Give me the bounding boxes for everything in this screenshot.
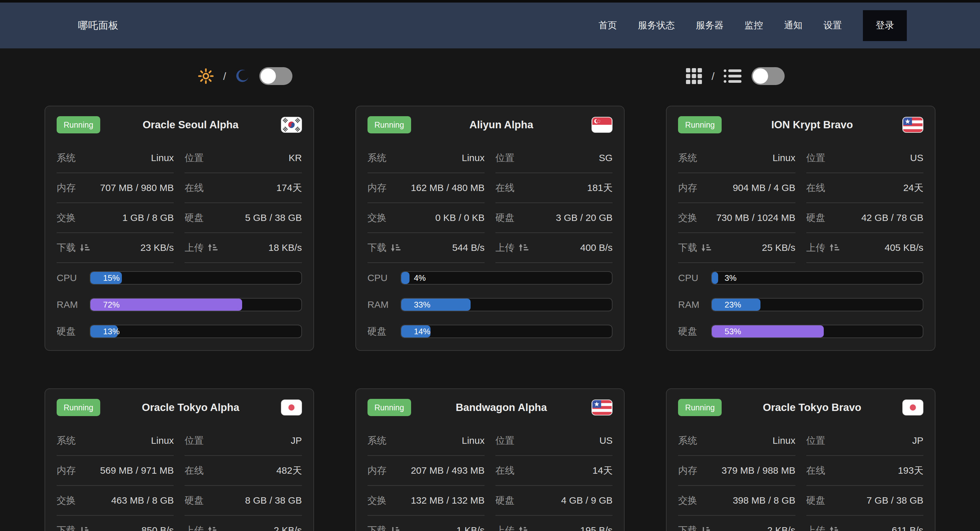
field-uptime: 在线174天: [185, 173, 302, 203]
field-upload: 上传195 B/s: [495, 516, 612, 531]
field-disk: 硬盘5 GB / 38 GB: [185, 203, 302, 233]
field-system-value: Linux: [773, 435, 795, 446]
login-button[interactable]: 登录: [863, 10, 907, 41]
field-swap-label: 交换: [57, 211, 76, 225]
theme-switch-knob: [261, 69, 276, 84]
field-location: 位置US: [806, 143, 923, 173]
field-swap: 交换1 GB / 8 GB: [57, 203, 174, 233]
field-disk: 硬盘8 GB / 38 GB: [185, 486, 302, 516]
server-card: Running ION Krypt Bravo 系统Linux位置US内存904…: [666, 106, 935, 351]
cpu-usage-bar-row: CPU3%: [678, 271, 923, 285]
field-disk-label: 硬盘: [806, 211, 826, 225]
field-download-value: 544 B/s: [452, 242, 485, 253]
field-uptime-value: 482天: [277, 464, 302, 477]
field-uptime: 在线181天: [495, 173, 612, 203]
field-upload: 上传405 KB/s: [806, 233, 923, 263]
nav-item-notifications[interactable]: 通知: [784, 19, 802, 32]
country-flag-icon-sg: [592, 117, 612, 133]
field-download-label: 下载: [678, 524, 711, 531]
detail-row: 下载1 KB/s上传195 B/s: [368, 516, 613, 531]
field-download-label: 下载: [368, 241, 401, 254]
field-memory-label: 内存: [678, 464, 697, 477]
ram-bar-percent: 23%: [724, 298, 741, 311]
theme-separator: /: [223, 70, 226, 83]
field-location: 位置US: [495, 426, 612, 456]
cpu-bar-label: CPU: [678, 273, 711, 283]
disk-bar-percent: 53%: [724, 325, 741, 338]
country-flag-icon-us: [592, 400, 612, 415]
detail-row: 交换463 MB / 8 GB硬盘8 GB / 38 GB: [57, 486, 302, 516]
field-system-value: Linux: [462, 435, 485, 446]
field-disk: 硬盘3 GB / 20 GB: [495, 203, 612, 233]
field-disk-value: 3 GB / 20 GB: [556, 212, 612, 223]
page: 哪吒面板 首页服务状态服务器监控通知设置登录 / / Running Oracl…: [0, 0, 980, 531]
detail-row: 内存707 MB / 980 MB在线174天: [57, 173, 302, 203]
field-swap-value: 398 MB / 8 GB: [733, 495, 795, 506]
nav-item-home[interactable]: 首页: [598, 19, 617, 32]
field-upload-label: 上传: [495, 241, 528, 254]
theme-switch[interactable]: [259, 67, 293, 85]
nav-item-service-status[interactable]: 服务状态: [638, 19, 675, 32]
field-disk-label: 硬盘: [185, 494, 204, 507]
field-uptime-label: 在线: [185, 182, 204, 195]
server-name: ION Krypt Bravo: [722, 119, 902, 131]
field-swap-value: 730 MB / 1024 MB: [716, 212, 795, 223]
field-memory-value: 569 MB / 971 MB: [100, 465, 174, 476]
brand[interactable]: 哪吒面板: [78, 19, 119, 32]
field-system: 系统Linux: [57, 143, 174, 173]
field-system-label: 系统: [368, 151, 387, 164]
view-switch-knob: [753, 69, 768, 84]
field-location-value: JP: [291, 435, 302, 446]
field-upload-value: 405 KB/s: [885, 242, 923, 253]
field-swap-label: 交换: [57, 494, 76, 507]
disk-bar-percent: 13%: [103, 325, 119, 338]
field-swap: 交换0 KB / 0 KB: [368, 203, 485, 233]
field-location-label: 位置: [185, 151, 204, 164]
detail-row: 系统Linux位置US: [368, 426, 613, 456]
disk-bar-label: 硬盘: [678, 325, 711, 338]
field-upload-value: 2 KB/s: [274, 525, 302, 531]
field-uptime-value: 181天: [587, 182, 612, 195]
cpu-usage-bar-row: CPU15%: [57, 271, 302, 285]
view-switch[interactable]: [751, 67, 784, 85]
field-uptime-label: 在线: [495, 182, 514, 195]
field-memory-label: 内存: [678, 182, 697, 195]
disk-usage-bar-row: 硬盘14%: [368, 325, 613, 338]
field-location-value: SG: [599, 153, 612, 163]
field-swap-label: 交换: [678, 211, 697, 225]
field-memory-label: 内存: [368, 464, 387, 477]
field-location: 位置SG: [495, 143, 612, 173]
detail-row: 下载850 B/s上传2 KB/s: [57, 516, 302, 531]
nav-item-settings[interactable]: 设置: [824, 19, 842, 32]
ram-usage-bar-row: RAM23%: [678, 298, 923, 311]
nav-item-monitoring[interactable]: 监控: [745, 19, 763, 32]
status-badge: Running: [678, 116, 722, 133]
field-uptime-label: 在线: [806, 464, 826, 477]
cpu-bar-track: 3%: [711, 271, 923, 285]
disk-bar-label: 硬盘: [57, 325, 90, 338]
ram-bar-track: 33%: [401, 298, 613, 311]
disk-bar-percent: 14%: [414, 325, 431, 338]
sort-down-icon: [701, 243, 711, 252]
nav-item-servers[interactable]: 服务器: [696, 19, 724, 32]
field-memory-value: 904 MB / 4 GB: [733, 182, 795, 193]
server-card: Running Oracle Tokyo Bravo 系统Linux位置JP内存…: [666, 388, 935, 531]
detail-row: 内存904 MB / 4 GB在线24天: [678, 173, 923, 203]
sun-icon: [197, 68, 214, 85]
field-disk-value: 7 GB / 38 GB: [867, 495, 923, 506]
field-download: 下载2 KB/s: [678, 516, 795, 531]
card-header: Running Aliyun Alpha: [368, 116, 613, 134]
field-uptime-label: 在线: [495, 464, 514, 477]
field-download: 下载850 B/s: [57, 516, 174, 531]
detail-rows: 系统Linux位置KR内存707 MB / 980 MB在线174天交换1 GB…: [57, 143, 302, 263]
usage-bars: CPU3%RAM23%硬盘53%: [678, 263, 923, 338]
field-disk-label: 硬盘: [185, 211, 204, 225]
detail-row: 下载25 KB/s上传405 KB/s: [678, 233, 923, 263]
field-disk-label: 硬盘: [495, 494, 514, 507]
card-header: Running Bandwagon Alpha: [368, 399, 613, 416]
detail-rows: 系统Linux位置US内存904 MB / 4 GB在线24天交换730 MB …: [678, 143, 923, 263]
cpu-bar-percent: 15%: [103, 272, 119, 284]
field-upload: 上传611 B/s: [806, 516, 923, 531]
field-location: 位置KR: [185, 143, 302, 173]
ram-usage-bar-row: RAM72%: [57, 298, 302, 311]
